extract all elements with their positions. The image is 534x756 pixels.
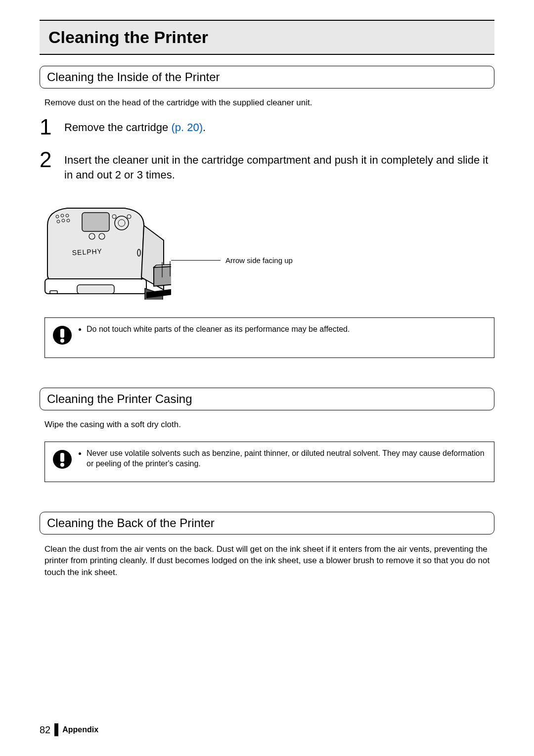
illustration-callout: Arrow side facing up bbox=[225, 256, 293, 265]
step-tail: . bbox=[203, 121, 206, 133]
footer-appendix-label: Appendix bbox=[62, 725, 98, 734]
svg-rect-23 bbox=[60, 329, 64, 338]
svg-text:SELPHY: SELPHY bbox=[72, 247, 102, 257]
page: Cleaning the Printer Cleaning the Inside… bbox=[0, 0, 534, 756]
step-text-1: Remove the cartridge (p. 20). bbox=[64, 119, 206, 135]
step-row: 1 Remove the cartridge (p. 20). bbox=[40, 119, 494, 138]
page-number: 82 bbox=[40, 724, 50, 736]
page-ref-link[interactable]: (p. 20) bbox=[171, 121, 203, 133]
footer-bar bbox=[54, 723, 58, 736]
printer-svg: SELPHY bbox=[43, 196, 171, 300]
warning-icon bbox=[52, 325, 73, 346]
section-heading-box-3: Cleaning the Back of the Printer bbox=[40, 512, 494, 534]
section1-intro-text: Remove dust on the head of the cartridge… bbox=[44, 97, 494, 108]
caution-bullet: Never use volatile solvents such as benz… bbox=[87, 448, 487, 469]
caution-text-2: Never use volatile solvents such as benz… bbox=[80, 448, 487, 469]
printer-illustration: SELPHY bbox=[43, 196, 171, 300]
step-text-span: Remove the cartridge bbox=[64, 121, 171, 133]
section2-intro-text: Wipe the casing with a soft dry cloth. bbox=[44, 419, 494, 430]
svg-point-27 bbox=[60, 463, 64, 467]
steps-list: 1 Remove the cartridge (p. 20). 2 Insert… bbox=[40, 119, 494, 182]
warning-icon bbox=[52, 449, 73, 470]
footer: 82 Appendix bbox=[40, 723, 98, 736]
illustration-block: SELPHY Arrow side facing up bbox=[43, 196, 494, 300]
svg-point-24 bbox=[60, 339, 64, 343]
page-title: Cleaning the Printer bbox=[48, 28, 490, 47]
step-number-2: 2 bbox=[40, 149, 64, 171]
page-title-box: Cleaning the Printer bbox=[40, 20, 494, 55]
section3-intro-text: Clean the dust from the air vents on the… bbox=[44, 543, 494, 578]
svg-rect-26 bbox=[60, 453, 64, 462]
step-text-span: Insert the cleaner unit in the cartridge… bbox=[64, 154, 488, 181]
svg-rect-3 bbox=[82, 213, 109, 231]
caution-box-2: Never use volatile solvents such as benz… bbox=[44, 442, 494, 482]
svg-rect-2 bbox=[77, 285, 114, 294]
step-text-2: Insert the cleaner unit in the cartridge… bbox=[64, 152, 494, 182]
step-number-1: 1 bbox=[40, 116, 64, 138]
section-heading-2: Cleaning the Printer Casing bbox=[47, 392, 487, 406]
step-row: 2 Insert the cleaner unit in the cartrid… bbox=[40, 152, 494, 182]
callout-line bbox=[171, 260, 221, 261]
section-heading-box-1: Cleaning the Inside of the Printer bbox=[40, 66, 494, 89]
section-heading-1: Cleaning the Inside of the Printer bbox=[47, 70, 487, 84]
section-heading-box-2: Cleaning the Printer Casing bbox=[40, 388, 494, 410]
caution-bullet: Do not touch white parts of the cleaner … bbox=[87, 324, 350, 335]
caution-box-1: Do not touch white parts of the cleaner … bbox=[44, 317, 494, 358]
caution-text-1: Do not touch white parts of the cleaner … bbox=[80, 324, 350, 335]
section-heading-3: Cleaning the Back of the Printer bbox=[47, 516, 487, 530]
